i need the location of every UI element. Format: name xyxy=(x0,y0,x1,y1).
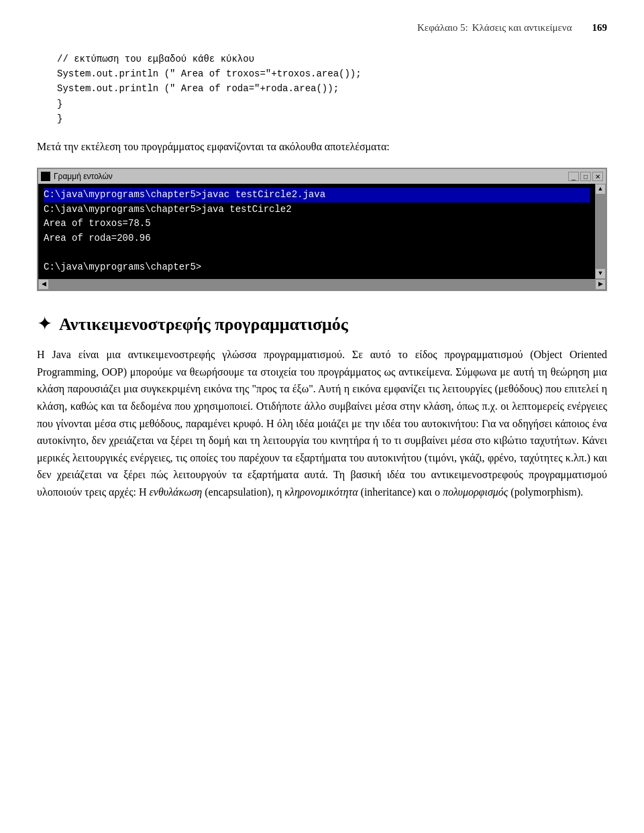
term-encapsulation: ενθυλάκωση xyxy=(150,486,203,498)
cmd-window-icon xyxy=(41,172,50,181)
cmd-content: C:\java\myprograms\chapter5>javac testCi… xyxy=(38,184,595,279)
cmd-scroll-track xyxy=(595,195,606,268)
body-paragraph-1: Η Java είναι μια αντικειμενοστρεφής γλώσ… xyxy=(37,346,607,500)
chapter-subtitle: Κλάσεις και αντικείμενα xyxy=(472,20,572,36)
cmd-maximize-button[interactable]: □ xyxy=(580,172,591,181)
cmd-scrollbar[interactable]: ▲ ▼ xyxy=(595,184,606,279)
section-icon: ✦ xyxy=(37,310,52,338)
page: Κεφάλαιο 5: Κλάσεις και αντικείμενα 169 … xyxy=(0,0,644,537)
term-polymorphism: πολυμορφισμός xyxy=(443,486,508,498)
intro-paragraph: Μετά την εκτέλεση του προγράμματος εμφαν… xyxy=(37,138,607,156)
code-line-5: } xyxy=(57,111,607,126)
page-number: 169 xyxy=(592,20,608,36)
code-line-2: System.out.println (" Area of troxos="+t… xyxy=(57,66,607,81)
cmd-body: C:\java\myprograms\chapter5>javac testCi… xyxy=(38,184,606,279)
cmd-line-5: C:\java\myprograms\chapter5> xyxy=(44,260,590,275)
page-header: Κεφάλαιο 5: Κλάσεις και αντικείμενα 169 xyxy=(37,20,607,36)
chapter-label: Κεφάλαιο 5: xyxy=(417,20,468,36)
cmd-window: Γραμμή εντολών _ □ ✕ C:\java\myprograms\… xyxy=(37,168,607,291)
cmd-bottom-bar: ◀ ▶ xyxy=(38,279,606,290)
code-block: // εκτύπωση του εμβαδού κάθε κύκλου Syst… xyxy=(57,52,607,127)
cmd-line-4 xyxy=(44,246,590,261)
cmd-scroll-down[interactable]: ▼ xyxy=(595,268,606,279)
cmd-titlebar-left: Γραμμή εντολών xyxy=(41,170,113,182)
code-line-1: // εκτύπωση του εμβαδού κάθε κύκλου xyxy=(57,52,607,66)
cmd-title: Γραμμή εντολών xyxy=(54,170,113,182)
section-title: Αντικειμενοστρεφής προγραμματισμός xyxy=(59,311,348,337)
cmd-scroll-right[interactable]: ▶ xyxy=(595,279,606,290)
cmd-line-3: Area of roda=200.96 xyxy=(44,231,590,246)
cmd-line-1: C:\java\myprograms\chapter5>java testCir… xyxy=(44,203,590,217)
cmd-bottom-track xyxy=(49,279,595,290)
section-heading: ✦ Αντικειμενοστρεφής προγραμματισμός xyxy=(37,310,607,338)
cmd-window-buttons: _ □ ✕ xyxy=(568,172,603,181)
code-line-4: } xyxy=(57,97,607,111)
cmd-titlebar: Γραμμή εντολών _ □ ✕ xyxy=(38,169,606,184)
cmd-close-button[interactable]: ✕ xyxy=(592,172,603,181)
term-inheritance: κληρονομικότητα xyxy=(284,486,358,498)
cmd-minimize-button[interactable]: _ xyxy=(568,172,579,181)
code-line-3: System.out.println (" Area of roda="+rod… xyxy=(57,81,607,96)
cmd-scroll-up[interactable]: ▲ xyxy=(595,184,606,195)
cmd-line-2: Area of troxos=78.5 xyxy=(44,217,590,231)
cmd-line-0: C:\java\myprograms\chapter5>javac testCi… xyxy=(44,188,590,203)
cmd-scroll-left[interactable]: ◀ xyxy=(38,279,49,290)
